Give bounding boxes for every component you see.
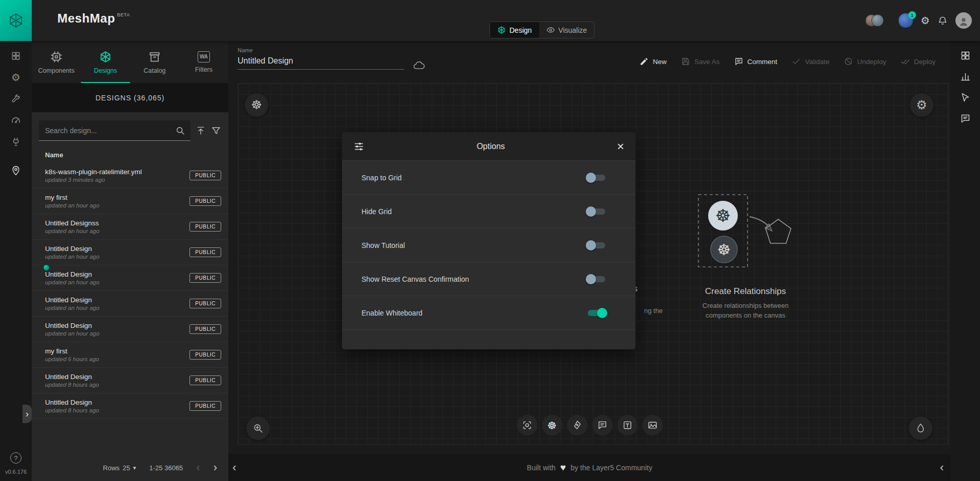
design-list-item[interactable]: my firstupdated an hour ago PUBLIC bbox=[32, 189, 228, 214]
visibility-badge: PUBLIC bbox=[189, 222, 221, 232]
collaborator-avatar[interactable] bbox=[871, 14, 884, 27]
save-as-button[interactable]: Save As bbox=[681, 57, 720, 66]
layer5-logo[interactable] bbox=[0, 0, 32, 41]
location-pin-icon[interactable] bbox=[10, 164, 22, 177]
drop-icon bbox=[915, 423, 926, 434]
rail-bottom: ? v0.6.176 bbox=[5, 452, 27, 481]
session-avatar[interactable]: 1 bbox=[899, 13, 913, 28]
next-page-button[interactable]: › bbox=[214, 462, 217, 473]
performance-icon[interactable] bbox=[10, 114, 22, 127]
pagination: Rows 25 ▾ 1-25 36065 ‹ › bbox=[32, 454, 228, 481]
prev-page-button[interactable]: ‹ bbox=[196, 462, 200, 473]
comment-icon bbox=[597, 420, 607, 430]
pencil-icon bbox=[640, 57, 649, 66]
design-list-item[interactable]: Untitled Designupdated an hour ago PUBLI… bbox=[32, 291, 228, 317]
mesh-icon bbox=[497, 26, 506, 34]
options-modal-header: Options × bbox=[342, 132, 635, 161]
design-name: my first bbox=[45, 194, 189, 201]
mode-toggle: Design Visualize bbox=[489, 22, 594, 38]
snap-to-grid-toggle[interactable] bbox=[586, 173, 607, 183]
theme-drop-button[interactable] bbox=[909, 416, 932, 440]
undeploy-button[interactable]: Undeploy bbox=[844, 57, 886, 66]
reset-canvas-confirmation-toggle[interactable] bbox=[586, 274, 607, 284]
design-list-item[interactable]: k8s-wasm-plugin-ratelimiter.ymlupdated 3… bbox=[32, 163, 228, 189]
deploy-button[interactable]: Deploy bbox=[901, 57, 935, 66]
dock-gesture-icon[interactable] bbox=[960, 91, 972, 103]
beta-label: BETA bbox=[117, 12, 130, 17]
notifications-bell-icon[interactable] bbox=[938, 15, 948, 26]
comment-button[interactable]: Comment bbox=[734, 57, 778, 66]
option-label: Hide Grid bbox=[361, 207, 586, 216]
extensions-icon[interactable] bbox=[10, 136, 22, 148]
hide-grid-toggle[interactable] bbox=[586, 206, 607, 217]
action-label: Deploy bbox=[914, 58, 935, 66]
save-icon bbox=[681, 57, 690, 66]
design-list-item[interactable]: my firstupdated 6 hours ago PUBLIC bbox=[32, 342, 228, 368]
action-label: Comment bbox=[748, 58, 778, 66]
show-tutorial-toggle[interactable] bbox=[586, 240, 607, 250]
dashboard-icon[interactable] bbox=[10, 50, 22, 62]
cloud-sync-icon[interactable] bbox=[413, 59, 425, 72]
option-label: Show Reset Canvas Confirmation bbox=[361, 275, 586, 283]
design-list-item[interactable]: Untitled Designupdated an hour ago PUBLI… bbox=[32, 240, 228, 265]
tab-designs[interactable]: Designs bbox=[81, 41, 130, 83]
action-label: Undeploy bbox=[857, 58, 886, 66]
design-list-item[interactable]: Untitled Designssupdated an hour ago PUB… bbox=[32, 214, 228, 240]
design-list-item[interactable]: Untitled Designupdated an hour ago PUBLI… bbox=[32, 317, 228, 342]
media-tool[interactable] bbox=[642, 415, 663, 435]
design-name: Untitled Design bbox=[45, 270, 189, 278]
zoom-button[interactable] bbox=[246, 416, 270, 440]
configuration-icon[interactable] bbox=[10, 93, 22, 105]
double-check-icon bbox=[901, 57, 910, 66]
new-button[interactable]: New bbox=[640, 57, 667, 66]
lifecycle-icon[interactable]: ⚙ bbox=[10, 71, 22, 83]
whiteboard-toolbar: ☸ bbox=[517, 415, 663, 435]
close-icon[interactable]: × bbox=[617, 140, 624, 153]
collapse-right-chevron[interactable]: ‹ bbox=[940, 454, 944, 481]
help-icon[interactable]: ? bbox=[10, 452, 22, 464]
comment-tool[interactable] bbox=[592, 415, 612, 435]
search-icon[interactable] bbox=[175, 126, 185, 136]
design-name: Untitled Design bbox=[45, 296, 189, 304]
search-input[interactable] bbox=[39, 120, 190, 141]
k8s-context-button[interactable]: ☸ bbox=[245, 93, 268, 117]
validate-button[interactable]: Validate bbox=[792, 57, 829, 66]
tab-catalog[interactable]: Catalog bbox=[130, 41, 179, 83]
tab-filters[interactable]: WA Filters bbox=[179, 41, 228, 83]
option-label: Enable Whiteboard bbox=[361, 309, 586, 317]
filter-icon[interactable] bbox=[211, 126, 221, 136]
text-tool[interactable] bbox=[617, 415, 637, 435]
design-name-input[interactable] bbox=[238, 53, 404, 70]
rows-per-page-select[interactable]: Rows 25 ▾ bbox=[103, 464, 136, 472]
kubernetes-tool[interactable]: ☸ bbox=[542, 415, 562, 435]
dock-grid-icon[interactable] bbox=[960, 49, 972, 61]
dock-chart-icon[interactable] bbox=[960, 70, 972, 82]
option-label: Show Tutorial bbox=[361, 241, 586, 249]
canvas-options-button[interactable]: ⚙ bbox=[910, 93, 933, 117]
shapes-pen-tool[interactable] bbox=[567, 415, 587, 435]
mode-design-label: Design bbox=[509, 26, 532, 34]
name-field-label: Name bbox=[238, 47, 404, 53]
tab-label: Designs bbox=[94, 67, 117, 74]
import-design-icon[interactable] bbox=[196, 126, 206, 136]
mode-design-button[interactable]: Design bbox=[490, 22, 539, 38]
meshmap-app: ⚙ ? v0.6.176 › MeshMap BETA Design Visua… bbox=[0, 0, 980, 481]
panel-collapse-handle[interactable]: › bbox=[23, 405, 32, 423]
design-list-item[interactable]: Untitled Designupdated 8 hours ago PUBLI… bbox=[32, 393, 228, 419]
design-list-item[interactable]: Untitled Designupdated an hour ago PUBLI… bbox=[32, 265, 228, 291]
design-list-item[interactable]: Untitled Designupdated 8 hours ago PUBLI… bbox=[32, 368, 228, 393]
mode-visualize-button[interactable]: Visualize bbox=[539, 22, 594, 38]
author-avatar-dot bbox=[43, 264, 50, 271]
component-scan-tool[interactable] bbox=[517, 415, 537, 435]
design-updated: updated an hour ago bbox=[45, 228, 189, 234]
card-description-line: components on the canvas bbox=[706, 311, 785, 319]
enable-whiteboard-toggle[interactable] bbox=[586, 308, 607, 318]
collapse-left-chevron[interactable]: ‹ bbox=[232, 454, 236, 481]
dock-chat-icon[interactable] bbox=[960, 112, 972, 124]
rail-nav: ⚙ bbox=[10, 50, 22, 177]
user-avatar[interactable] bbox=[955, 12, 972, 29]
tab-components[interactable]: Components bbox=[32, 41, 81, 83]
settings-gear-icon[interactable]: ⚙ bbox=[921, 15, 930, 26]
kubernetes-icon: ☸ bbox=[251, 99, 262, 111]
components-icon bbox=[50, 50, 63, 64]
